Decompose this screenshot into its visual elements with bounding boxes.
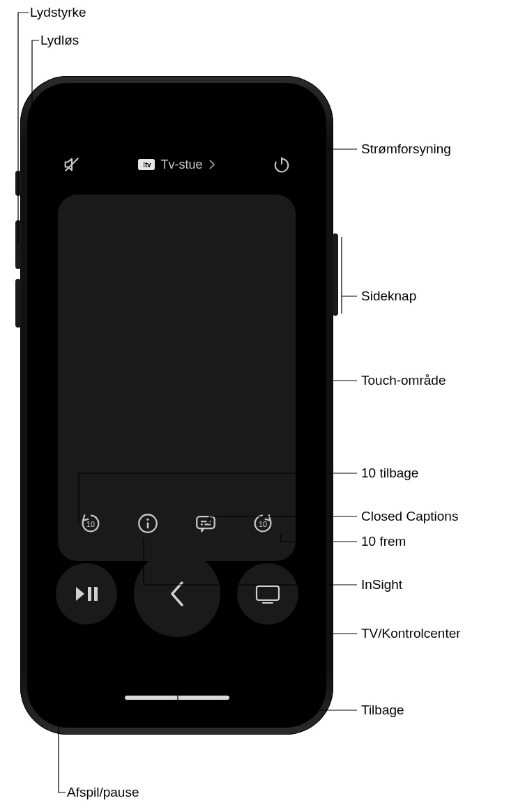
play-pause-icon (74, 585, 99, 603)
back-button[interactable] (134, 551, 220, 637)
power-button[interactable] (272, 155, 291, 174)
power-icon (272, 155, 291, 174)
skip-back-10-icon: 10 (79, 512, 102, 535)
volume-down-button[interactable] (15, 279, 21, 328)
skip-forward-10-icon: 10 (251, 512, 275, 535)
tv-icon (254, 583, 282, 604)
skip-forward-10-button[interactable]: 10 (246, 507, 280, 540)
callout-lydstyrke: Lydstyrke (30, 4, 86, 21)
device-selector[interactable]: tv Tv-stue (138, 158, 215, 172)
callout-sideknap: Sideknap (361, 288, 416, 305)
callout-ten-back: 10 tilbage (361, 465, 418, 482)
chevron-left-icon (167, 579, 188, 609)
ring-silent-switch[interactable] (15, 171, 21, 196)
info-icon (136, 512, 160, 535)
captions-icon (194, 512, 218, 535)
svg-rect-15 (94, 587, 98, 601)
callout-strom: Strømforsyning (361, 141, 451, 158)
side-button[interactable] (333, 233, 338, 316)
tv-control-center-button[interactable] (237, 563, 298, 625)
captions-button[interactable] (189, 507, 222, 540)
play-pause-button[interactable] (56, 563, 117, 625)
svg-point-5 (147, 519, 149, 521)
svg-text:10: 10 (86, 520, 95, 528)
mute-button[interactable] (62, 155, 82, 174)
callout-ten-fwd: 10 frem (361, 533, 406, 550)
callout-afspil: Afspil/pause (67, 784, 139, 801)
callout-insight: InSight (361, 576, 402, 593)
callout-touch: Touch-område (361, 372, 446, 389)
media-mini-row: 10 (58, 507, 296, 540)
insight-button[interactable] (131, 507, 165, 540)
touch-area[interactable]: 10 (58, 194, 296, 561)
home-indicator[interactable] (125, 696, 229, 700)
svg-text:10: 10 (259, 520, 267, 528)
callout-lydlos: Lydløs (40, 32, 79, 49)
iphone-frame: tv Tv-stue (20, 76, 333, 735)
callout-tv-ctrl: TV/Kontrolcenter (361, 625, 461, 642)
svg-rect-14 (88, 587, 91, 601)
svg-rect-7 (197, 516, 215, 528)
callout-cc: Closed Captions (361, 508, 458, 525)
bottom-button-row (43, 551, 311, 637)
iphone-bezel: tv Tv-stue (27, 83, 326, 728)
top-bar: tv Tv-stue (43, 148, 311, 181)
callout-tilbage: Tilbage (361, 702, 404, 719)
screen: tv Tv-stue (43, 98, 311, 712)
apple-tv-badge: tv (138, 159, 155, 170)
volume-up-button[interactable] (15, 220, 21, 269)
svg-rect-16 (257, 586, 279, 600)
mute-icon (62, 155, 82, 174)
chevron-right-icon (208, 159, 215, 170)
device-label: Tv-stue (160, 158, 202, 172)
skip-back-10-button[interactable]: 10 (74, 507, 107, 540)
svg-marker-13 (76, 587, 84, 601)
